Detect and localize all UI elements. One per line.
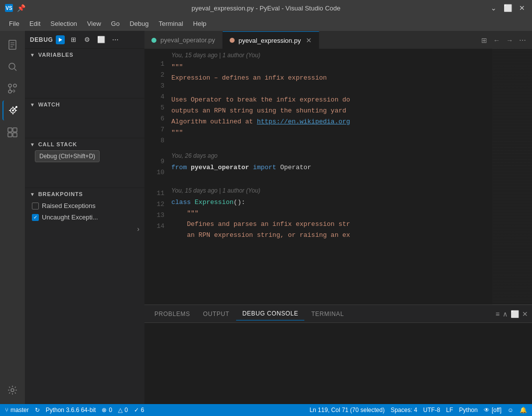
breakpoints-header[interactable]: ▼ BREAKPOINTS: [25, 188, 144, 200]
debug-settings[interactable]: ⚙: [82, 34, 93, 45]
menu-file[interactable]: File: [5, 18, 23, 29]
panel-action-up[interactable]: ∧: [503, 310, 508, 318]
uncaught-exceptions-checkbox[interactable]: [32, 214, 39, 221]
code-line-10: [169, 173, 492, 184]
panel-tab-terminal[interactable]: TERMINAL: [305, 308, 350, 320]
tab-pyeval-expression[interactable]: pyeval_expression.py ✕: [223, 31, 319, 49]
tab-close-expression[interactable]: ✕: [306, 36, 312, 44]
debug-split[interactable]: ⬜: [96, 34, 107, 45]
status-bell[interactable]: 🔔: [520, 407, 527, 414]
status-errors[interactable]: ⊗ 0: [102, 407, 112, 414]
eye-off: [off]: [492, 407, 502, 414]
tab-action-more[interactable]: ⋯: [517, 35, 528, 45]
svg-rect-17: [8, 128, 12, 132]
close-icon[interactable]: ✕: [517, 3, 527, 13]
activity-settings[interactable]: [2, 380, 22, 400]
restore-icon[interactable]: ⬜: [502, 3, 514, 13]
status-python[interactable]: Python 3.6.6 64-bit: [46, 407, 96, 414]
error-icon: ⊗: [102, 407, 107, 414]
code-text: """: [171, 62, 183, 73]
branch-name: master: [10, 407, 29, 414]
code-text: an RPN expression string, or raising an …: [171, 230, 350, 241]
encoding-text: UTF-8: [423, 407, 440, 414]
breakpoints-label: BREAKPOINTS: [38, 191, 83, 197]
debug-tooltip: Debug (Ctrl+Shift+D): [35, 150, 100, 162]
menu-debug[interactable]: Debug: [126, 18, 152, 29]
activity-search[interactable]: [2, 57, 22, 77]
panel-action-list[interactable]: ≡: [496, 310, 500, 318]
tab-pyeval-operator[interactable]: pyeval_operator.py: [144, 31, 223, 49]
title-bar-actions: ⌄ ⬜ ✕: [489, 3, 527, 13]
git-info-2: You, 26 days ago: [169, 149, 492, 162]
minimize-icon[interactable]: ⌄: [489, 3, 499, 13]
menu-terminal[interactable]: Terminal: [154, 18, 187, 29]
call-stack-header[interactable]: ▼ CALL STACK: [25, 138, 144, 150]
menu-selection[interactable]: Selection: [46, 18, 81, 29]
tab-label-operator: pyeval_operator.py: [160, 36, 215, 44]
panel-tab-problems[interactable]: PROBLEMS: [148, 308, 196, 320]
activity-bar-bottom: [2, 380, 22, 404]
title-bar-left: VS 📌: [5, 4, 25, 12]
svg-rect-20: [13, 133, 17, 137]
debug-toolbar: DEBUG ⊞ ⚙ ⬜ ⋯: [25, 31, 144, 49]
menu-edit[interactable]: Edit: [25, 18, 44, 29]
watch-header[interactable]: ▼ WATCH: [25, 99, 144, 110]
status-position[interactable]: Ln 119, Col 71 (70 selected): [309, 407, 385, 414]
activity-explorer[interactable]: [2, 35, 22, 55]
ok-count: 6: [141, 407, 144, 414]
code-line-7: """: [169, 127, 492, 138]
tab-action-back[interactable]: ←: [491, 35, 502, 45]
panel-action-close[interactable]: ✕: [522, 310, 528, 318]
debug-more[interactable]: ⋯: [110, 34, 121, 45]
activity-debug[interactable]: [2, 101, 22, 120]
code-line-3: [169, 84, 492, 95]
status-spaces[interactable]: Spaces: 4: [391, 407, 417, 414]
debug-step-over[interactable]: ⊞: [68, 34, 79, 45]
status-ok[interactable]: ✓ 6: [134, 407, 144, 414]
status-line-ending[interactable]: LF: [446, 407, 453, 414]
code-text: Expression – defines an infix expression: [171, 73, 327, 84]
variables-header[interactable]: ▼ VARIABLES: [25, 49, 144, 61]
status-encoding[interactable]: UTF-8: [423, 407, 440, 414]
panel-action-split[interactable]: ⬜: [511, 310, 519, 318]
status-warnings[interactable]: △ 0: [118, 407, 128, 414]
code-content[interactable]: You, 15 days ago | 1 author (You) """ Ex…: [169, 49, 492, 305]
code-classname: Expression: [195, 197, 234, 208]
git-info-3: You, 15 days ago | 1 author (You): [169, 184, 492, 197]
status-feedback[interactable]: ☺: [508, 407, 514, 414]
minimap-inner: [492, 49, 532, 305]
more-items-button[interactable]: ›: [137, 225, 139, 233]
pin-icon[interactable]: 📌: [17, 4, 25, 12]
code-text: """: [171, 127, 183, 138]
git-branch-icon: ⑂: [5, 407, 8, 414]
menu-view[interactable]: View: [83, 18, 105, 29]
code-text: outputs an RPN string using the shunting…: [171, 105, 346, 116]
debug-play-button[interactable]: [56, 35, 65, 44]
title-bar: VS 📌 pyeval_expression.py - PyEval - Vis…: [0, 0, 532, 16]
code-line-14: an RPN expression string, or raising an …: [169, 230, 492, 241]
panel-tab-output[interactable]: OUTPUT: [197, 308, 236, 320]
tab-action-forward[interactable]: →: [504, 35, 515, 45]
bell-icon: 🔔: [520, 407, 527, 414]
code-text: Algorithm outlined at: [171, 116, 257, 127]
menu-go[interactable]: Go: [107, 18, 124, 29]
code-link[interactable]: https://en.wikipedia.org: [257, 116, 350, 127]
status-branch[interactable]: ⑂ master: [5, 407, 29, 414]
tab-action-split[interactable]: ⊞: [479, 35, 489, 45]
watch-section: ▼ WATCH: [25, 99, 144, 138]
code-editor[interactable]: 1 2 3 4 5 6 7 8 9 10 11 12 13 14: [144, 49, 532, 305]
status-language[interactable]: Python: [459, 407, 478, 414]
activity-source-control[interactable]: [2, 79, 22, 99]
activity-extensions[interactable]: [2, 122, 22, 142]
status-eye[interactable]: 👁 [off]: [484, 407, 502, 414]
code-module: pyeval_operator: [191, 162, 249, 173]
status-sync[interactable]: ↻: [35, 407, 40, 414]
menu-help[interactable]: Help: [189, 18, 211, 29]
svg-point-7: [13, 84, 16, 87]
variables-arrow: ▼: [30, 52, 35, 58]
main-layout: Debug (Ctrl+Shift+D) DEBUG ⊞ ⚙: [0, 31, 532, 404]
panel-tab-debug-console[interactable]: DEBUG CONSOLE: [236, 307, 304, 320]
feedback-icon: ☺: [508, 407, 514, 414]
raised-exceptions-checkbox[interactable]: [32, 203, 39, 209]
watch-arrow: ▼: [30, 102, 35, 107]
